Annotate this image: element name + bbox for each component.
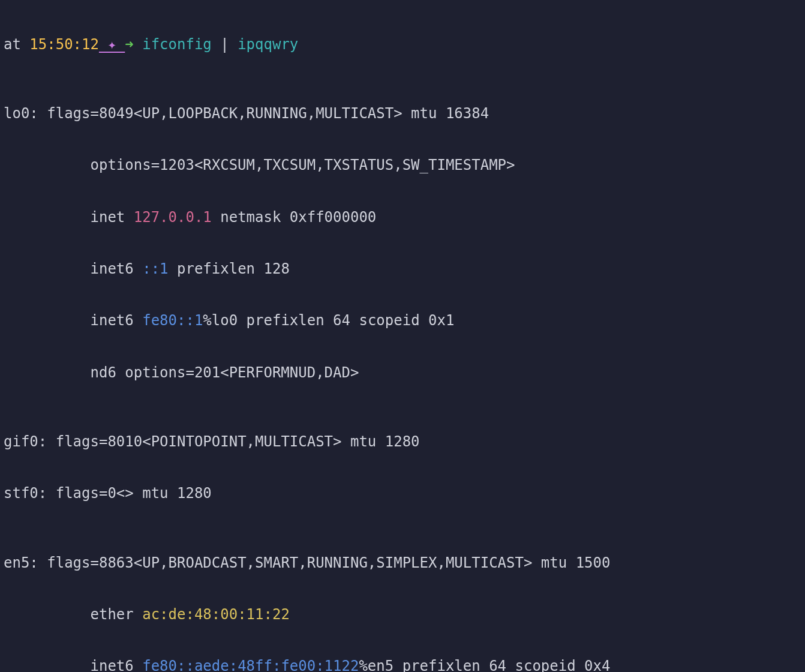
prompt-at: at [4,36,29,53]
ipv6-address: fe80::aede:48ff:fe00:1122 [142,658,359,672]
command-ifconfig: ifconfig [142,36,212,53]
label: inet6 [90,658,142,672]
ip-address: 127.0.0.1 [134,209,212,226]
lo0-inet6-1: inet6 ::1 prefixlen 128 [4,260,803,278]
pipe-symbol: | [212,36,238,53]
suffix: %lo0 prefixlen 64 scopeid 0x1 [203,312,454,329]
suffix: netmask 0xff000000 [212,209,377,226]
iface-lo0-header: lo0: flags=8049<UP,LOOPBACK,RUNNING,MULT… [4,105,803,122]
en5-ether: ether ac:de:48:00:11:22 [4,606,803,623]
lo0-options: options=1203<RXCSUM,TXCSUM,TXSTATUS,SW_T… [4,157,803,174]
text: nd6 options=201<PERFORMNUD,DAD> [90,364,359,381]
iface-stf0-header: stf0: flags=0<> mtu 1280 [4,485,803,502]
label: inet6 [90,312,142,329]
en5-inet6: inet6 fe80::aede:48ff:fe00:1122%en5 pref… [4,658,803,672]
lo0-nd6: nd6 options=201<PERFORMNUD,DAD> [4,364,803,382]
label: inet6 [90,260,142,277]
suffix: prefixlen 128 [169,260,290,277]
label: ether [90,606,142,623]
label: inet [90,209,133,226]
mac-address: ac:de:48:00:11:22 [142,606,290,623]
lo0-inet: inet 127.0.0.1 netmask 0xff000000 [4,209,803,226]
prompt-time: 15:50:12 [29,36,99,53]
command-ipqqwry: ipqqwry [238,36,298,53]
iface-gif0-header: gif0: flags=8010<POINTOPOINT,MULTICAST> … [4,433,803,451]
terminal-output[interactable]: at 15:50:12 ✦ ➜ ifconfig | ipqqwry lo0: … [0,0,805,672]
prompt-arrow-icon: ➜ [125,36,142,53]
ipv6-address: fe80::1 [142,312,203,329]
prompt-line: at 15:50:12 ✦ ➜ ifconfig | ipqqwry [4,36,803,53]
prompt-status-icon: ✦ [99,36,125,53]
lo0-options-text: options=1203<RXCSUM,TXCSUM,TXSTATUS,SW_T… [90,157,515,173]
ipv6-address: ::1 [142,260,168,277]
lo0-inet6-2: inet6 fe80::1%lo0 prefixlen 64 scopeid 0… [4,312,803,329]
iface-en5-header: en5: flags=8863<UP,BROADCAST,SMART,RUNNI… [4,554,803,572]
suffix: %en5 prefixlen 64 scopeid 0x4 [359,658,610,672]
